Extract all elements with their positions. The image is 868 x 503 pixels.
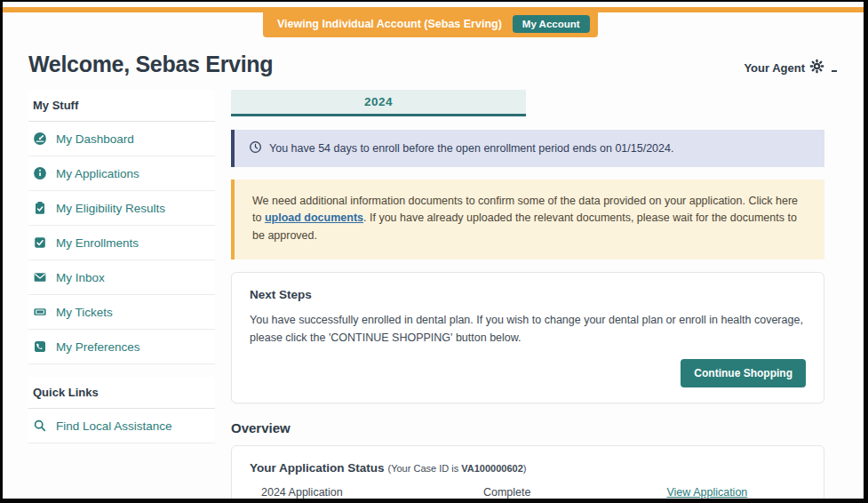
application-status-title: Your Application Status — [250, 461, 385, 475]
next-steps-body: You have successfully enrolled in dental… — [250, 311, 806, 347]
sidebar-header-my-stuff: My Stuff — [28, 90, 215, 122]
dashboard-icon — [33, 132, 47, 146]
sidebar-item-label: My Inbox — [56, 271, 105, 284]
view-application-link[interactable]: View Application — [666, 486, 806, 499]
app-window: Viewing Individual Account (Sebas Erving… — [0, 0, 868, 503]
enrollment-deadline-notice: You have 54 days to enroll before the op… — [231, 130, 824, 167]
sidebar-item-label: My Dashboard — [56, 132, 134, 146]
year-tabs: 2024 — [231, 90, 824, 116]
sidebar-item-find-local-assistance[interactable]: Find Local Assistance — [28, 409, 215, 443]
checkbox-icon — [33, 236, 47, 250]
sidebar-item-my-tickets[interactable]: My Tickets — [28, 295, 215, 330]
case-id-prefix: (Your Case ID is — [388, 463, 462, 474]
next-steps-card: Next Steps You have successfully enrolle… — [231, 272, 824, 403]
agent-menu-dash-icon — [832, 70, 837, 72]
your-agent-label: Your Agent — [744, 61, 805, 75]
sidebar-section-my-stuff: My Stuff My Dashboard My Applications — [28, 90, 215, 364]
gear-icon[interactable] — [809, 59, 824, 77]
tab-2024[interactable]: 2024 — [231, 90, 526, 116]
clock-icon — [249, 140, 262, 156]
sidebar-item-label: My Tickets — [56, 306, 113, 319]
clipboard-check-icon — [33, 201, 47, 215]
my-account-button[interactable]: My Account — [513, 15, 590, 33]
sidebar-header-quick-links: Quick Links — [28, 377, 215, 409]
info-icon — [33, 166, 47, 180]
page-header: Welcome, Sebas Erving Your Agent — [28, 52, 837, 77]
application-status-row: 2024 Application Complete View Applicati… — [250, 486, 806, 499]
your-agent-menu[interactable]: Your Agent — [744, 59, 837, 77]
next-steps-title: Next Steps — [250, 288, 806, 301]
envelope-icon — [33, 270, 47, 284]
application-status-card: Your Application Status (Your Case ID is… — [231, 445, 824, 503]
upload-documents-link[interactable]: upload documents — [265, 212, 363, 224]
phone-icon — [33, 339, 47, 354]
sidebar-item-my-preferences[interactable]: My Preferences — [28, 330, 215, 364]
continue-shopping-button[interactable]: Continue Shopping — [681, 359, 806, 387]
sidebar-item-label: My Eligibility Results — [56, 202, 165, 215]
sidebar-item-my-inbox[interactable]: My Inbox — [28, 260, 215, 295]
sidebar-item-label: My Enrollments — [56, 236, 139, 250]
sidebar-section-quick-links: Quick Links Find Local Assistance — [28, 377, 215, 443]
search-icon — [33, 419, 47, 433]
sidebar-item-my-enrollments[interactable]: My Enrollments — [28, 226, 215, 260]
sidebar-item-label: My Applications — [56, 167, 139, 180]
viewing-account-label: Viewing Individual Account (Sebas Erving… — [277, 18, 502, 30]
enrollment-deadline-text: You have 54 days to enroll before the op… — [269, 142, 673, 155]
sidebar-item-label: My Preferences — [56, 340, 140, 354]
viewing-account-banner: Viewing Individual Account (Sebas Erving… — [263, 10, 598, 37]
sidebar: My Stuff My Dashboard My Applications — [28, 90, 215, 456]
case-id-text: (Your Case ID is VA100000602) — [388, 463, 527, 474]
case-id-suffix: ) — [523, 463, 527, 474]
main-content: 2024 You have 54 days to enroll before t… — [231, 90, 824, 503]
documents-warning-notice: We need additional information documents… — [231, 180, 824, 259]
sidebar-item-my-dashboard[interactable]: My Dashboard — [28, 122, 215, 156]
overview-heading: Overview — [231, 420, 824, 435]
ticket-icon — [33, 305, 47, 319]
case-id-value: VA100000602 — [461, 463, 523, 474]
sidebar-item-my-eligibility-results[interactable]: My Eligibility Results — [28, 191, 215, 226]
sidebar-item-label: Find Local Assistance — [56, 419, 172, 433]
application-status-value: Complete — [483, 486, 667, 499]
application-name: 2024 Application — [250, 486, 483, 499]
sidebar-item-my-applications[interactable]: My Applications — [28, 156, 215, 191]
page-title: Welcome, Sebas Erving — [28, 52, 273, 77]
